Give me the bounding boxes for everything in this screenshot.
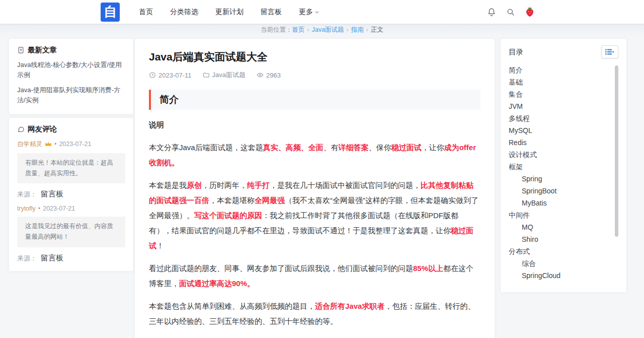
paragraph: 本文分享Java后端面试题，这套题真实、高频、全面、有详细答案、保你稳过面试，让… [149,140,480,170]
toc-item[interactable]: 设计模式 [509,151,611,159]
toc-item[interactable]: Spring [509,175,611,183]
article-category[interactable]: Java面试题 [212,71,246,80]
breadcrumb: 当前位置：首页›Java面试题›指南›正文 [0,24,644,37]
note-heading: 说明 [149,117,480,132]
comment-source-label: 来源： [17,254,37,262]
toc-item[interactable]: 集合 [509,91,611,98]
comment-dot: • [54,141,56,148]
comment-icon [17,125,25,133]
comment-source-label: 来源： [17,190,37,198]
paragraph: 本套题是我原创，历时两年，纯手打，是我在几十场面试中被面试官问到的问题，比其他复… [149,178,480,253]
comment-date: 2023-07-21 [43,205,75,212]
toc-item[interactable]: 框架 [509,163,611,171]
comment-source-link[interactable]: 留言板 [41,253,63,262]
toc-item[interactable]: MyBatis [509,199,611,207]
toc-item[interactable]: Shiro [509,236,611,243]
breadcrumb-prefix: 当前位置： [261,26,292,33]
comment-item: 自学精灵 • 2023-07-21 有眼光！本站的定位就是：超高质量、超高实用性… [17,140,125,199]
toc-card: 目录 简介基础集合JVM多线程MySQLRedis设计模式框架SpringSpr… [501,39,626,292]
article-body: 说明 本文分享Java后端面试题，这套题真实、高频、全面、有详细答案、保你稳过面… [149,117,480,338]
breadcrumb-link[interactable]: 指南 [351,26,364,33]
crown-icon [45,141,52,147]
toc-item[interactable]: Redis [509,139,611,147]
latest-article-link[interactable]: Java线程池-核心参数/大小设置/使用示例 [17,60,125,80]
latest-articles-title: 最新文章 [28,45,57,55]
toc-item[interactable]: 综合 [509,260,611,267]
navbar-actions [486,7,535,18]
comments-card: 网友评论 自学精灵 • 2023-07-21 有眼光！本站的定位就是：超高质量、… [9,118,133,271]
article-card: Java后端真实面试题大全 2023-07-11 Java面试题 2963 简介… [135,39,495,338]
toc-toggle-button[interactable] [601,45,618,58]
comment-item: trytofly • 2023-07-21 这是我见过的最有价值、内容质量最高的… [17,205,125,263]
toc-list: 简介基础集合JVM多线程MySQLRedis设计模式框架SpringSpring… [509,66,618,280]
toc-scrollbar[interactable] [615,65,618,237]
search-icon[interactable] [505,7,516,18]
toc-item[interactable]: 基础 [509,79,611,86]
article-date: 2023-07-11 [158,72,192,79]
toc-item[interactable]: JVM [509,103,611,110]
toc-item[interactable]: SpringCloud [509,272,611,280]
toc-item[interactable]: 中间件 [509,212,611,219]
comment-text: 有眼光！本站的定位就是：超高质量、超高实用性。 [17,153,125,184]
clock-icon [149,72,156,79]
bell-icon[interactable] [486,7,497,18]
paragraph: 本套题包含从简单到困难、从高频到低频的题目，适合所有Java求职者，包括：应届生… [149,299,480,329]
nav-item[interactable]: 更新计划 [215,8,244,17]
paragraph: 看过此面试题的朋友、同事、网友参加了面试后跟我说，他们面试被问到的问题85%以上… [149,261,480,291]
left-sidebar: 最新文章 Java线程池-核心参数/大小设置/使用示例Java-使用阻塞队列实现… [9,39,133,275]
toc-item[interactable]: MQ [509,224,611,231]
breadcrumb-link[interactable]: 首页 [292,26,305,33]
main-nav: 首页分类筛选更新计划留言板 更多 [139,8,319,17]
nav-item[interactable]: 首页 [139,8,153,17]
toc-item[interactable]: 多线程 [509,115,611,122]
eye-icon [257,72,264,79]
toc-item[interactable]: 简介 [509,66,611,74]
breadcrumb-current: 正文 [371,26,383,33]
nav-item[interactable]: 留言板 [261,8,282,17]
site-logo[interactable]: 自 [101,3,120,22]
document-icon [17,46,25,54]
nav-item-more[interactable]: 更多 [299,8,319,17]
article-meta: 2023-07-11 Java面试题 2963 [149,71,480,80]
list-icon [605,48,614,55]
folder-icon [203,72,210,79]
breadcrumb-link[interactable]: Java面试题 [312,26,344,33]
page-title: Java后端真实面试题大全 [149,50,480,64]
article-views: 2963 [266,72,281,79]
comment-user: trytofly [17,205,36,212]
latest-article-link[interactable]: Java-使用阻塞队列实现顺序消费-方法/实例 [17,85,125,105]
toc-item[interactable]: MySQL [509,127,611,134]
section-heading-intro: 简介 [149,90,480,110]
toc-title: 目录 [509,47,523,57]
toc-item[interactable]: SpringBoot [509,187,611,195]
chevron-down-icon [314,10,319,15]
toc-item[interactable]: 分布式 [509,248,611,255]
comment-text: 这是我见过的最有价值、内容质量最高的网站！ [17,217,125,247]
comment-user: 自学精灵 [17,140,42,149]
navbar: 自 首页分类筛选更新计划留言板 更多 [0,0,644,24]
nav-item[interactable]: 分类筛选 [170,8,198,17]
comment-date: 2023-07-21 [59,141,91,148]
comment-dot: • [38,205,40,212]
strawberry-avatar[interactable] [524,7,535,18]
right-sidebar: 目录 简介基础集合JVM多线程MySQLRedis设计模式框架SpringSpr… [501,39,626,292]
latest-articles-card: 最新文章 Java线程池-核心参数/大小设置/使用示例Java-使用阻塞队列实现… [9,39,133,114]
comments-title: 网友评论 [28,124,57,134]
comment-source-link[interactable]: 留言板 [41,189,63,198]
